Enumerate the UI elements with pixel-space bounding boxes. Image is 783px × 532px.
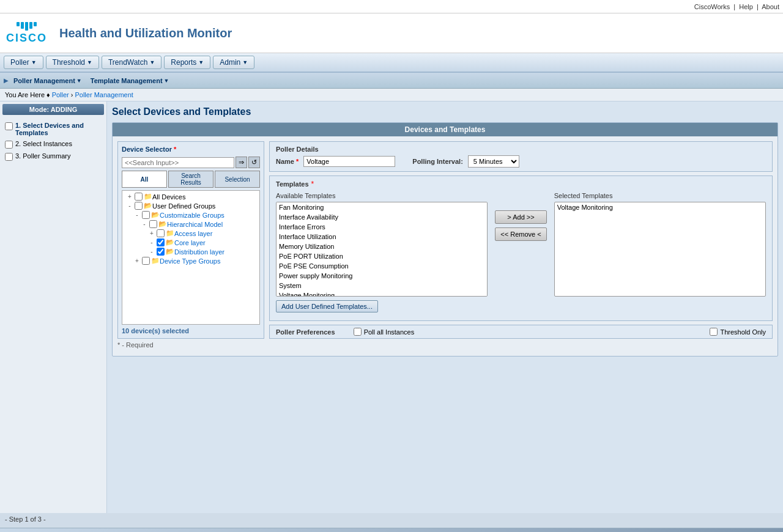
polling-interval-label: Polling Interval: xyxy=(412,158,463,165)
tree-checkbox-all-devices[interactable] xyxy=(135,193,143,201)
templates-label: Templates xyxy=(276,180,309,188)
tree-node-hierarchical[interactable]: - 📂 Hierarchical Model xyxy=(124,220,258,229)
nav-trendwatch[interactable]: TrendWatch ▼ xyxy=(102,56,161,69)
ciscoworks-link[interactable]: CiscoWorks xyxy=(694,3,730,10)
poller-name-input[interactable] xyxy=(303,156,395,167)
tree-node-device-type[interactable]: + 📁 Device Type Groups xyxy=(124,256,258,265)
name-label: Name * xyxy=(276,158,299,165)
poller-details-label: Poller Details xyxy=(276,146,319,153)
sidebar-step-3: 3. Poller Summary xyxy=(2,150,104,163)
available-templates-container: Available Templates Fan Monitoring Inter… xyxy=(276,192,488,297)
breadcrumb-poller-management-link[interactable]: Poller Management xyxy=(75,91,133,98)
search-refresh-button[interactable]: ↺ xyxy=(248,157,260,168)
subnav-poller-management[interactable]: Poller Management ▼ xyxy=(10,76,86,86)
threshold-only-item: Threshold Only xyxy=(710,328,766,336)
sidebar-step3-checkbox[interactable] xyxy=(5,153,13,161)
poller-details-section: Poller Details Name * Polling Interval: … xyxy=(269,141,773,172)
tab-all[interactable]: All xyxy=(122,171,167,188)
nav-reports[interactable]: Reports ▼ xyxy=(164,56,210,69)
available-templates-label: Available Templates xyxy=(276,192,488,199)
available-templates-list[interactable]: Fan Monitoring Interface Availability In… xyxy=(276,202,488,297)
polling-interval-select[interactable]: 1 Minute 5 Minutes 10 Minutes 15 Minutes… xyxy=(468,155,519,168)
threshold-only-label: Threshold Only xyxy=(720,328,766,336)
tree-node-all-devices[interactable]: + 📁 All Devices xyxy=(124,192,258,201)
mode-badge: Mode: ADDING xyxy=(2,104,104,115)
tree-checkbox-distribution[interactable] xyxy=(157,248,165,256)
breadcrumb-poller-link[interactable]: Poller xyxy=(52,91,69,98)
top-bar-links: CiscoWorks | Help | About xyxy=(694,3,779,10)
tree-checkbox-customizable[interactable] xyxy=(142,211,150,219)
tree-checkbox-access[interactable] xyxy=(157,229,165,237)
app-title: Health and Utilization Monitor xyxy=(59,26,232,40)
tree-node-core[interactable]: - 📂 Core layer xyxy=(124,238,258,247)
folder-open-icon-5: 📂 xyxy=(166,238,174,246)
add-template-button[interactable]: > Add >> xyxy=(495,210,546,224)
about-link[interactable]: About xyxy=(762,3,779,10)
folder-icon: 📁 xyxy=(144,193,152,201)
tree-checkbox-device-type[interactable] xyxy=(142,257,150,265)
folder-icon-7: 📁 xyxy=(151,257,160,265)
breadcrumb: You Are Here ♦ Poller › Poller Managemen… xyxy=(0,89,783,102)
search-go-button[interactable]: ⇒ xyxy=(236,157,247,168)
device-selector-label: Device Selector * xyxy=(122,146,260,153)
templates-section: Templates * Available Templates Fan Moni… xyxy=(269,175,773,321)
selected-templates-container: Selected Templates Voltage Monitoring xyxy=(554,192,766,297)
folder-open-icon-2: 📂 xyxy=(151,211,160,219)
folder-open-icon-6: 📂 xyxy=(166,248,174,256)
device-count: 10 device(s) selected xyxy=(122,327,260,334)
cisco-logo: CISCO xyxy=(6,22,47,45)
subnav-arrow-icon: ▶ xyxy=(4,77,9,84)
poll-all-instances-label: Poll all Instances xyxy=(364,328,415,336)
template-buttons-group: > Add >> << Remove < xyxy=(492,192,549,241)
tree-node-access[interactable]: + 📁 Access layer xyxy=(124,229,258,238)
tab-selection[interactable]: Selection xyxy=(215,171,260,188)
tree-checkbox-core[interactable] xyxy=(157,238,165,246)
device-tree[interactable]: + 📁 All Devices - 📂 xyxy=(122,190,260,325)
sidebar-step-1: 1. Select Devices and Templates xyxy=(2,120,104,138)
search-input[interactable] xyxy=(122,157,234,168)
folder-open-icon-3: 📂 xyxy=(158,220,167,228)
poll-all-instances-checkbox[interactable] xyxy=(354,328,362,336)
breadcrumb-prefix: You Are Here xyxy=(5,91,45,98)
required-note: * - Required xyxy=(117,339,773,351)
poller-preferences-section: Poller Preferences Poll all Instances Th… xyxy=(269,325,773,339)
tree-node-user-defined[interactable]: - 📂 User Defined Groups xyxy=(124,201,258,210)
tree-node-customizable[interactable]: - 📂 Customizable Groups xyxy=(124,210,258,220)
nav-poller[interactable]: Poller ▼ xyxy=(4,56,43,69)
panel-header: Devices and Templates xyxy=(113,123,777,136)
sidebar-step-2: 2. Select Instances xyxy=(2,138,104,150)
selected-templates-list[interactable]: Voltage Monitoring xyxy=(554,202,766,297)
sidebar-step2-checkbox[interactable] xyxy=(5,141,13,149)
add-user-defined-templates-button[interactable]: Add User Defined Templates... xyxy=(276,300,378,312)
folder-open-icon: 📂 xyxy=(144,202,152,210)
subnav-template-management[interactable]: Template Management ▼ xyxy=(87,76,173,86)
step-info: - Step 1 of 3 - xyxy=(5,515,778,523)
help-link[interactable]: Help xyxy=(739,3,753,10)
remove-template-button[interactable]: << Remove < xyxy=(495,227,546,241)
tab-search-results[interactable]: Search Results xyxy=(168,171,213,188)
folder-icon-4: 📁 xyxy=(166,229,174,237)
tree-node-distribution[interactable]: - 📂 Distribution layer xyxy=(124,247,258,256)
poll-all-instances-item: Poll all Instances xyxy=(354,328,415,336)
nav-admin[interactable]: Admin ▼ xyxy=(213,56,254,69)
tree-checkbox-hierarchical[interactable] xyxy=(149,220,157,228)
nav-threshold[interactable]: Threshold ▼ xyxy=(46,56,99,69)
threshold-only-checkbox[interactable] xyxy=(710,328,718,336)
page-title: Select Devices and Templates xyxy=(112,106,778,117)
selected-templates-label: Selected Templates xyxy=(554,192,766,199)
tree-checkbox-user-defined[interactable] xyxy=(135,202,143,210)
poller-prefs-label: Poller Preferences xyxy=(276,328,335,336)
sidebar-step1-checkbox[interactable] xyxy=(5,122,13,130)
